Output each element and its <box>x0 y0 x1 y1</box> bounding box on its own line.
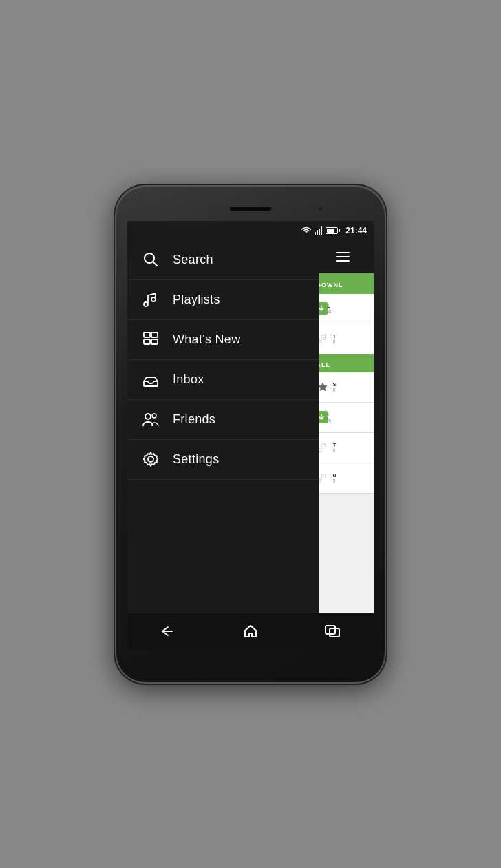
inbox-icon <box>141 370 160 389</box>
downloaded-header-text: DOWNL <box>317 282 343 288</box>
svg-rect-3 <box>321 226 322 235</box>
settings-icon <box>141 449 160 469</box>
svg-line-6 <box>153 262 157 266</box>
track-count: 0 <box>333 388 372 392</box>
phone-speaker <box>230 207 271 211</box>
gear-svg <box>143 452 158 467</box>
inbox-label: Inbox <box>173 372 204 387</box>
track-item[interactable]: T 0 <box>312 433 374 463</box>
svg-marker-4 <box>319 383 327 391</box>
track-info: T 0 <box>333 333 372 344</box>
track-title: L <box>328 303 372 309</box>
svg-point-13 <box>148 456 153 462</box>
status-time: 21:44 <box>345 226 367 235</box>
menu-item-whats-new[interactable]: What's New <box>127 320 319 360</box>
playlists-label: Playlists <box>173 293 220 307</box>
settings-label: Settings <box>173 452 219 467</box>
track-count: 40 <box>328 418 372 423</box>
search-svg <box>143 252 158 267</box>
battery-icon <box>326 227 340 234</box>
phone-device: 21:44 DOWNL <box>116 187 385 682</box>
menu-item-inbox[interactable]: Inbox <box>127 360 319 400</box>
screen-content: DOWNL L 40 <box>127 240 374 613</box>
navigation-drawer: Search Playlists <box>127 240 319 613</box>
menu-item-friends[interactable]: Friends <box>127 400 319 440</box>
track-item[interactable]: T 0 <box>312 324 374 354</box>
status-icons: 21:44 <box>301 226 367 235</box>
track-count: 0 <box>333 478 372 483</box>
track-item[interactable]: L 40 <box>312 403 374 433</box>
menu-item-settings[interactable]: Settings <box>127 440 319 480</box>
track-info: L 40 <box>328 303 372 314</box>
downloaded-header: DOWNL <box>312 273 374 294</box>
friends-label: Friends <box>173 412 215 427</box>
friends-icon <box>141 410 160 429</box>
phone-sensor <box>319 207 322 210</box>
svg-point-12 <box>152 414 156 418</box>
svg-rect-7 <box>144 332 150 337</box>
track-count: 0 <box>333 339 372 344</box>
track-info: L 40 <box>328 412 372 423</box>
back-icon <box>161 624 176 638</box>
search-label: Search <box>173 253 213 267</box>
track-count: 40 <box>328 309 372 314</box>
right-panel: DOWNL L 40 <box>312 240 374 613</box>
inbox-svg <box>143 372 158 387</box>
phone-screen: 21:44 DOWNL <box>127 221 374 649</box>
search-icon <box>141 250 160 269</box>
whats-new-label: What's New <box>173 332 240 347</box>
menu-item-search[interactable]: Search <box>127 240 319 280</box>
playlists-icon <box>141 290 160 309</box>
back-button[interactable] <box>155 617 182 645</box>
svg-rect-0 <box>315 232 316 235</box>
track-info: S 0 <box>333 381 372 392</box>
svg-rect-9 <box>144 339 150 344</box>
right-panel-header <box>312 240 374 273</box>
svg-point-11 <box>145 414 151 419</box>
track-title: L <box>328 412 372 418</box>
grid-svg <box>143 332 158 347</box>
whats-new-icon <box>141 330 160 349</box>
track-title: T <box>333 333 372 339</box>
track-info: u 0 <box>333 472 372 483</box>
svg-rect-8 <box>151 332 158 337</box>
svg-rect-1 <box>317 230 318 235</box>
track-count: 0 <box>333 448 372 453</box>
track-item[interactable]: S 0 <box>312 372 374 403</box>
svg-rect-10 <box>151 339 158 344</box>
track-item[interactable]: L 40 <box>312 294 374 324</box>
phone-top-bar <box>127 199 374 218</box>
wifi-icon <box>301 226 312 235</box>
music-note-svg <box>143 292 158 307</box>
hamburger-button[interactable] <box>336 252 350 262</box>
people-svg <box>142 412 159 427</box>
hamburger-line-1 <box>336 252 350 253</box>
all-section-header: ALL <box>312 354 374 372</box>
phone-nav-bar <box>127 613 374 649</box>
track-title: u <box>333 472 372 478</box>
track-item[interactable]: u 0 <box>312 463 374 494</box>
phone-bottom-bar <box>127 649 374 670</box>
recents-button[interactable] <box>319 617 346 645</box>
phone-camera <box>327 206 332 211</box>
track-title: T <box>333 442 372 448</box>
recents-icon <box>325 625 340 637</box>
hamburger-line-2 <box>336 256 350 257</box>
menu-item-playlists[interactable]: Playlists <box>127 280 319 320</box>
svg-rect-2 <box>319 229 320 235</box>
status-bar: 21:44 <box>127 221 374 240</box>
hamburger-line-3 <box>336 260 350 262</box>
track-info: T 0 <box>333 442 372 453</box>
home-button[interactable] <box>237 617 264 645</box>
right-content: DOWNL L 40 <box>312 273 374 613</box>
home-icon <box>244 624 257 638</box>
track-title: S <box>333 381 372 388</box>
signal-icon <box>315 226 323 235</box>
